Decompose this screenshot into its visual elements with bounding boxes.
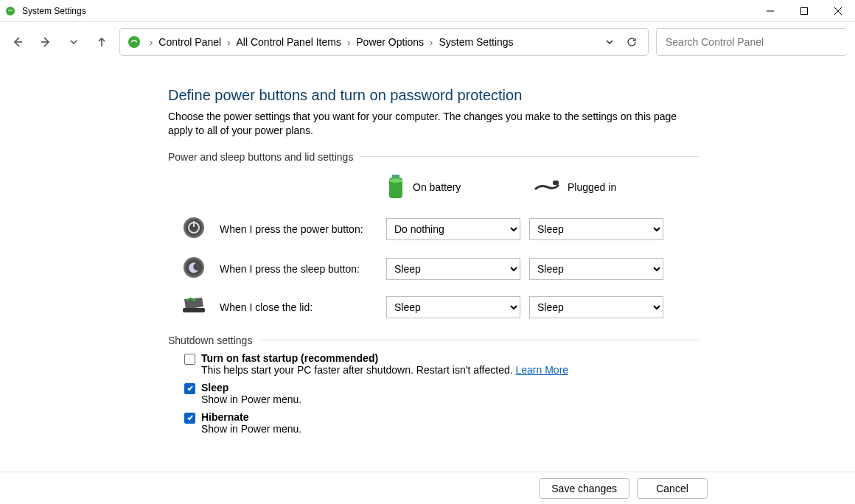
setting-row-lid: When I close the lid: Sleep Sleep xyxy=(168,289,699,326)
row-label: When I press the sleep button: xyxy=(220,263,386,275)
search-input[interactable] xyxy=(664,35,840,49)
app-icon xyxy=(4,5,16,17)
svg-point-18 xyxy=(186,259,202,276)
window-title: System Settings xyxy=(22,6,86,16)
breadcrumb: › Control Panel › All Control Panel Item… xyxy=(119,28,649,56)
section-header-buttons: Power and sleep buttons and lid settings xyxy=(168,151,699,163)
breadcrumb-item[interactable]: System Settings xyxy=(437,35,514,49)
nav-recent-button[interactable] xyxy=(63,32,84,52)
footer: Save changes Cancel xyxy=(0,472,855,504)
checkbox-title: Turn on fast startup (recommended) xyxy=(201,352,568,364)
learn-more-link[interactable]: Learn More xyxy=(516,364,569,376)
nav-up-button[interactable] xyxy=(91,32,112,52)
power-button-plugged-select[interactable]: Sleep xyxy=(529,218,663,240)
save-button[interactable]: Save changes xyxy=(539,478,629,499)
close-button[interactable] xyxy=(821,0,855,22)
cancel-button[interactable]: Cancel xyxy=(637,478,708,499)
minimize-button[interactable] xyxy=(753,0,787,22)
checkbox-desc: Show in Power menu. xyxy=(201,423,301,435)
svg-rect-12 xyxy=(553,181,559,185)
column-plugged-label: Plugged in xyxy=(568,181,616,193)
svg-point-11 xyxy=(389,178,402,183)
breadcrumb-item[interactable]: Power Options xyxy=(355,35,425,49)
shutdown-item-hibernate: Hibernate Show in Power menu. xyxy=(168,408,699,438)
lid-plugged-select[interactable]: Sleep xyxy=(529,296,663,318)
nav-back-button[interactable] xyxy=(7,32,28,52)
svg-point-8 xyxy=(128,36,140,48)
checkbox-title: Sleep xyxy=(201,382,301,393)
checkbox-title: Hibernate xyxy=(201,411,301,423)
svg-rect-2 xyxy=(801,7,808,14)
shutdown-item-fast-startup: Turn on fast startup (recommended) This … xyxy=(168,349,699,379)
columns-header: On battery Plugged in xyxy=(168,166,699,209)
hibernate-checkbox[interactable] xyxy=(184,413,195,424)
chevron-right-icon: › xyxy=(425,37,437,48)
sleep-button-icon xyxy=(183,256,205,281)
maximize-button[interactable] xyxy=(787,0,821,22)
breadcrumb-item[interactable]: All Control Panel Items xyxy=(235,35,343,49)
row-label: When I close the lid: xyxy=(220,301,386,313)
svg-point-0 xyxy=(6,7,15,15)
search-box[interactable] xyxy=(656,28,848,56)
breadcrumb-item[interactable]: Control Panel xyxy=(157,35,223,49)
checkbox-desc: Show in Power menu. xyxy=(201,393,301,405)
power-button-battery-select[interactable]: Do nothing xyxy=(386,218,520,240)
page-title: Define power buttons and turn on passwor… xyxy=(168,87,699,104)
svg-rect-19 xyxy=(183,308,205,312)
refresh-button[interactable] xyxy=(623,33,641,51)
chevron-right-icon: › xyxy=(145,37,157,48)
battery-icon xyxy=(386,173,405,202)
breadcrumb-dropdown-button[interactable] xyxy=(601,33,618,51)
titlebar: System Settings xyxy=(0,0,855,22)
svg-rect-9 xyxy=(392,175,399,178)
chevron-right-icon: › xyxy=(223,37,234,48)
row-label: When I press the power button: xyxy=(220,223,386,235)
setting-row-sleep-button: When I press the sleep button: Sleep Sle… xyxy=(168,249,699,289)
sleep-button-battery-select[interactable]: Sleep xyxy=(386,258,520,280)
checkbox-desc: This helps start your PC faster after sh… xyxy=(201,364,568,376)
laptop-lid-icon xyxy=(181,296,206,318)
column-battery-label: On battery xyxy=(413,181,461,193)
fast-startup-checkbox[interactable] xyxy=(184,354,195,365)
chevron-right-icon: › xyxy=(343,37,355,48)
sleep-button-plugged-select[interactable]: Sleep xyxy=(529,258,663,280)
shutdown-item-sleep: Sleep Show in Power menu. xyxy=(168,379,699,408)
page-intro: Choose the power settings that you want … xyxy=(168,110,699,138)
setting-row-power-button: When I press the power button: Do nothin… xyxy=(168,209,699,249)
breadcrumb-icon xyxy=(126,34,142,50)
power-button-icon xyxy=(183,217,205,242)
section-header-shutdown: Shutdown settings xyxy=(168,335,699,346)
sleep-checkbox[interactable] xyxy=(184,383,195,394)
plug-icon xyxy=(534,179,560,196)
nav-forward-button[interactable] xyxy=(35,32,56,52)
lid-battery-select[interactable]: Sleep xyxy=(386,296,520,318)
nav-row: › Control Panel › All Control Panel Item… xyxy=(0,22,855,62)
